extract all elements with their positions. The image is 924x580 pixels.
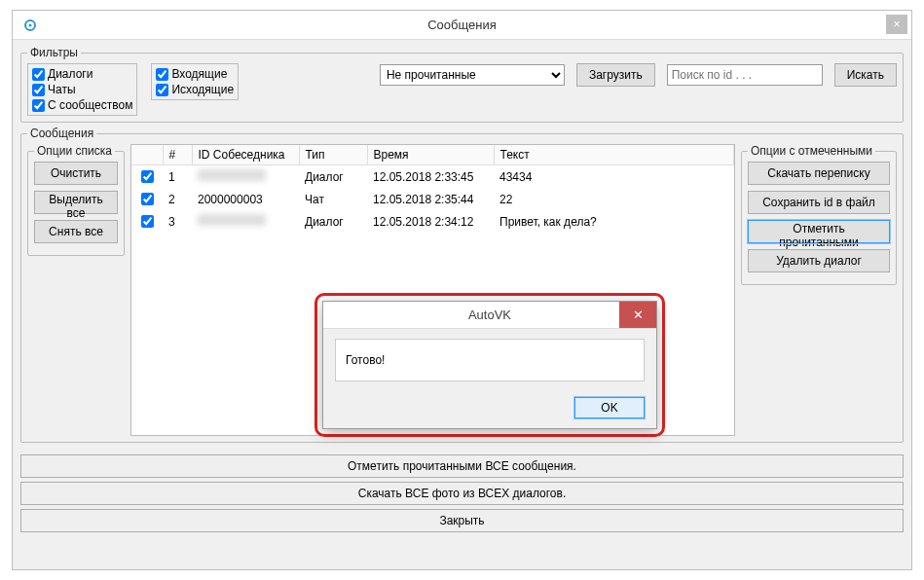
modal-title: AutoVK	[323, 308, 656, 322]
filter-outgoing[interactable]: Исходящие	[156, 82, 234, 97]
filter-outgoing-checkbox[interactable]	[156, 84, 168, 96]
filter-chats[interactable]: Чаты	[32, 82, 132, 97]
table-row[interactable]: 2 2000000003 Чат 12.05.2018 2:35:44 22	[131, 188, 734, 210]
filter-chats-checkbox[interactable]	[32, 84, 45, 96]
mark-all-read-button[interactable]: Отметить прочитанными ВСЕ сообщения.	[20, 454, 904, 478]
col-id[interactable]: ID Собеседника	[192, 145, 299, 165]
table-header-row: # ID Собеседника Тип Время Текст	[131, 145, 734, 165]
modal-close-button[interactable]: ✕	[619, 302, 656, 328]
search-id-input[interactable]	[667, 64, 823, 86]
modal-ok-button[interactable]: OK	[574, 397, 645, 418]
col-type[interactable]: Тип	[299, 145, 367, 165]
marked-ops-legend: Опции с отмеченными	[748, 144, 875, 158]
search-button[interactable]: Искать	[834, 63, 897, 87]
tutorial-highlight: AutoVK ✕ Готово! OK	[314, 293, 665, 437]
clear-button[interactable]: Очистить	[34, 162, 118, 185]
delete-dialog-button[interactable]: Удалить диалог	[748, 249, 890, 272]
mark-read-button[interactable]: Отметить прочитанными	[748, 220, 890, 243]
list-ops-legend: Опции списка	[34, 144, 115, 158]
col-time[interactable]: Время	[367, 145, 494, 165]
load-button[interactable]: Загрузить	[576, 63, 655, 87]
read-filter-select[interactable]: Не прочитанные	[380, 64, 565, 86]
main-window: Сообщения × Фильтры Диалоги Чаты С сообщ…	[12, 10, 912, 570]
filter-dialogs[interactable]: Диалоги	[32, 66, 132, 82]
filter-group-kind: Диалоги Чаты С сообществом	[27, 63, 137, 116]
table-row[interactable]: 3 Диалог 12.05.2018 2:34:12 Привет, как …	[131, 210, 734, 233]
window-title: Сообщения	[13, 18, 911, 32]
save-ids-button[interactable]: Сохранить id в файл	[748, 191, 890, 214]
modal-message: Готово!	[335, 339, 645, 381]
titlebar: Сообщения ×	[13, 11, 911, 40]
col-num[interactable]: #	[163, 145, 192, 165]
col-text[interactable]: Текст	[494, 145, 734, 165]
deselect-all-button[interactable]: Снять все	[34, 220, 118, 243]
blurred-id	[198, 169, 266, 181]
filter-community-checkbox[interactable]	[32, 99, 45, 112]
modal-titlebar[interactable]: AutoVK ✕	[323, 302, 656, 329]
select-all-button[interactable]: Выделить все	[34, 191, 118, 214]
messages-legend: Сообщения	[27, 127, 96, 140]
download-conv-button[interactable]: Скачать переписку	[748, 162, 890, 185]
row-checkbox[interactable]	[141, 193, 154, 205]
filter-dialogs-checkbox[interactable]	[32, 68, 45, 81]
window-close-button[interactable]: ×	[886, 15, 907, 34]
filters-fieldset: Фильтры Диалоги Чаты С сообществом Входя…	[20, 46, 904, 123]
table-row[interactable]: 1 Диалог 12.05.2018 2:33:45 43434	[131, 165, 734, 189]
marked-ops-fieldset: Опции с отмеченными Скачать переписку Со…	[741, 144, 897, 285]
download-all-photos-button[interactable]: Скачать ВСЕ фото из ВСЕХ диалогов.	[20, 482, 904, 505]
filters-legend: Фильтры	[27, 46, 81, 59]
filter-incoming[interactable]: Входящие	[156, 66, 234, 82]
row-checkbox[interactable]	[141, 215, 154, 228]
row-checkbox[interactable]	[141, 170, 154, 183]
filter-community[interactable]: С сообществом	[32, 97, 132, 113]
filter-group-direction: Входящие Исходящие	[151, 63, 239, 100]
filter-incoming-checkbox[interactable]	[156, 68, 168, 81]
list-ops-fieldset: Опции списка Очистить Выделить все Снять…	[27, 144, 125, 256]
modal-dialog: AutoVK ✕ Готово! OK	[322, 301, 657, 429]
close-button[interactable]: Закрыть	[20, 509, 904, 532]
blurred-id	[198, 214, 266, 226]
